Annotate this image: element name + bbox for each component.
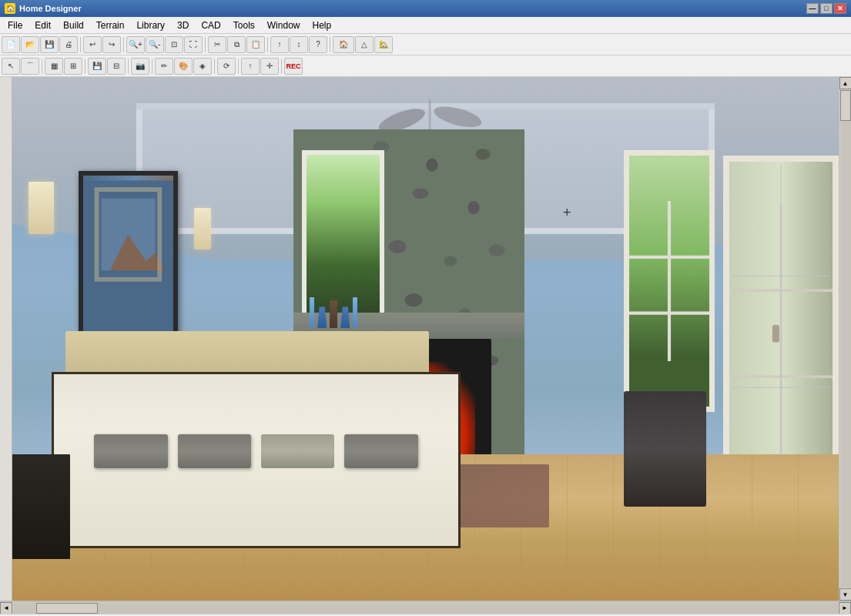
separator-t5: [214, 59, 215, 74]
close-button[interactable]: ✕: [834, 3, 846, 14]
title-left: 🏠 Home Designer: [5, 3, 82, 14]
wall-sconce-right: [194, 208, 210, 249]
menu-window[interactable]: Window: [261, 18, 307, 32]
scroll-right-button[interactable]: ►: [839, 602, 851, 614]
menu-file[interactable]: File: [2, 18, 28, 32]
arrow-up-button[interactable]: ↑: [270, 36, 289, 53]
bed: [28, 313, 483, 548]
menu-terrain[interactable]: Terrain: [90, 18, 131, 32]
scroll-up-button[interactable]: ▲: [839, 77, 852, 89]
rotate-tool[interactable]: ⟳: [217, 58, 236, 75]
separator-t1: [42, 59, 42, 74]
menu-3d[interactable]: 3D: [171, 18, 195, 32]
floor-tool[interactable]: ⊞: [64, 58, 82, 75]
separator-t6: [238, 59, 239, 74]
menu-build[interactable]: Build: [57, 18, 90, 32]
vase-4: [340, 306, 350, 328]
copy-button[interactable]: ⧉: [227, 36, 246, 53]
zoom-out-button[interactable]: 🔍-: [146, 36, 164, 53]
scrollbar-vertical[interactable]: ▲ ▼: [839, 77, 851, 601]
menu-help[interactable]: Help: [306, 18, 337, 32]
redo-button[interactable]: ↪: [102, 36, 121, 53]
maximize-button[interactable]: □: [820, 3, 833, 14]
bed-pillows: [94, 434, 417, 469]
arrow2-tool[interactable]: ↑: [241, 58, 260, 75]
mantle-decor: [310, 286, 524, 328]
help-button[interactable]: ?: [309, 36, 327, 53]
menu-edit[interactable]: Edit: [28, 18, 57, 32]
svg-point-2: [432, 102, 484, 131]
scroll-left-button[interactable]: ◄: [0, 602, 12, 614]
roof-button[interactable]: △: [355, 36, 374, 53]
separator-1: [80, 37, 81, 52]
save-button[interactable]: 💾: [40, 36, 59, 53]
separator-t3: [128, 59, 129, 74]
save2-button[interactable]: 💾: [88, 58, 106, 75]
wall-sconce-left: [28, 182, 53, 234]
scroll-thumb-vertical[interactable]: [840, 90, 851, 121]
menu-bar: File Edit Build Terrain Library 3D CAD T…: [0, 17, 851, 34]
cut-button[interactable]: ✂: [208, 36, 226, 53]
toolbar-tools: ↖ ⌒ ▦ ⊞ 💾 ⊟ 📷 ✏ 🎨 ◈ ⟳ ↑ ✛ REC: [0, 55, 851, 77]
menu-cad[interactable]: CAD: [195, 18, 226, 32]
pillow-4: [344, 434, 418, 469]
nightstand: [12, 454, 70, 559]
menu-tools[interactable]: Tools: [227, 18, 261, 32]
pencil-tool[interactable]: ✏: [155, 58, 173, 75]
3d-view-button[interactable]: 🏠: [333, 36, 354, 53]
vase-5: [353, 297, 357, 328]
svg-rect-13: [772, 325, 779, 342]
ruler-vertical: [0, 77, 12, 601]
camera-button[interactable]: 📷: [131, 58, 149, 75]
house-button[interactable]: 🏡: [374, 36, 393, 53]
scroll-track-vertical[interactable]: [840, 90, 851, 588]
print-button[interactable]: 🖨: [59, 36, 78, 53]
bottom-area: ◄ ►: [0, 601, 851, 616]
separator-t4: [152, 59, 152, 74]
armchair: [624, 391, 706, 507]
scroll-down-button[interactable]: ▼: [839, 588, 852, 601]
separator-4: [267, 37, 268, 52]
pillow-3: [261, 434, 335, 469]
undo-button[interactable]: ↩: [83, 36, 102, 53]
separator-3: [205, 37, 206, 52]
scroll-thumb-horizontal[interactable]: [36, 603, 98, 614]
separator-t2: [85, 59, 85, 74]
material-tool[interactable]: ◈: [193, 58, 212, 75]
scrollbar-horizontal[interactable]: ◄ ►: [0, 601, 851, 614]
zoom-fit-button[interactable]: ⊡: [165, 36, 183, 53]
toolbar-main: 📄 📂 💾 🖨 ↩ ↪ 🔍+ 🔍- ⊡ ⛶ ✂ ⧉ 📋 ↑ ↕ ? 🏠 △ 🏡: [0, 34, 851, 55]
open-button[interactable]: 📂: [21, 36, 39, 53]
app-icon: 🏠: [5, 3, 15, 14]
3d-scene: [12, 77, 839, 601]
paste-button[interactable]: 📋: [246, 36, 265, 53]
arc-tool[interactable]: ⌒: [21, 58, 39, 75]
new-button[interactable]: 📄: [2, 36, 20, 53]
zoom-full-button[interactable]: ⛶: [184, 36, 203, 53]
separator-t7: [281, 59, 282, 74]
separator-2: [123, 37, 124, 52]
vase-3: [330, 300, 337, 328]
pillow-1: [94, 434, 168, 469]
select-tool[interactable]: ↖: [2, 58, 20, 75]
color-tool[interactable]: 🎨: [174, 58, 193, 75]
menu-library[interactable]: Library: [130, 18, 171, 32]
layout-button[interactable]: ⊟: [107, 58, 126, 75]
vase-1: [310, 297, 314, 328]
separator-5: [330, 37, 330, 52]
dimensions-button[interactable]: ↕: [290, 36, 308, 53]
bed-frame: [52, 372, 461, 549]
main-area: ▲ ▼: [0, 77, 851, 601]
window-right: [624, 150, 715, 412]
zoom-in-button[interactable]: 🔍+: [126, 36, 145, 53]
title-buttons[interactable]: — □ ✕: [806, 3, 846, 14]
minimize-button[interactable]: —: [806, 3, 819, 14]
canvas-area[interactable]: [12, 77, 839, 601]
rec-button[interactable]: REC: [284, 58, 303, 75]
scroll-track-horizontal[interactable]: [13, 603, 838, 614]
move-tool[interactable]: ✛: [260, 58, 279, 75]
wall-tool[interactable]: ▦: [45, 58, 63, 75]
pillow-2: [178, 434, 252, 469]
title-bar: 🏠 Home Designer — □ ✕: [0, 0, 851, 17]
app-title: Home Designer: [19, 4, 82, 13]
